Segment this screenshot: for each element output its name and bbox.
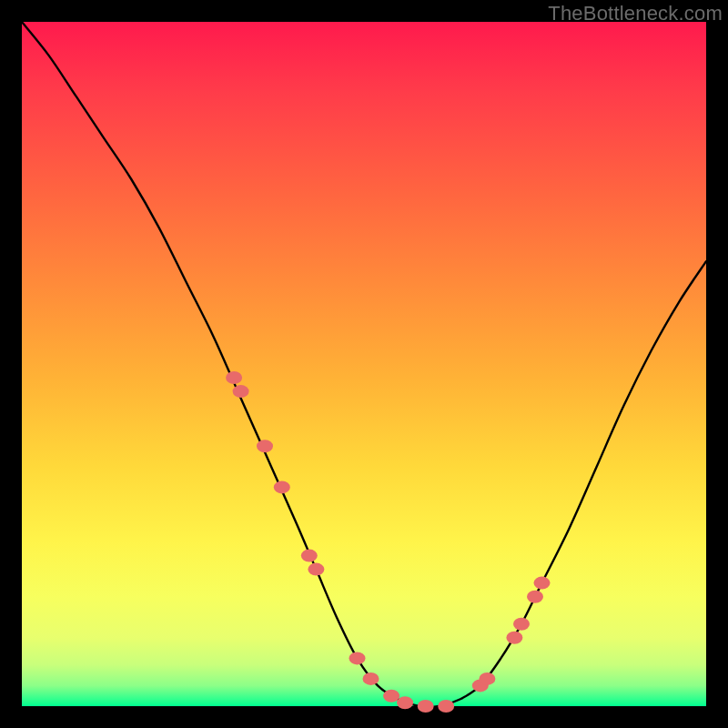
highlight-marker [527, 591, 543, 603]
highlight-marker [233, 385, 249, 398]
highlight-marker [513, 618, 530, 631]
highlight-marker [383, 690, 399, 703]
highlight-marker [226, 371, 242, 384]
highlight-marker [257, 440, 273, 452]
chart-svg [22, 22, 706, 706]
bottleneck-curve [22, 22, 706, 707]
highlight-marker [349, 652, 366, 664]
highlight-marker [438, 700, 454, 713]
highlight-markers [226, 371, 550, 713]
watermark-text: TheBottleneck.com [548, 2, 723, 25]
highlight-marker [479, 672, 495, 685]
highlight-marker [308, 563, 324, 576]
highlight-marker [301, 550, 318, 562]
highlight-marker [534, 577, 551, 590]
highlight-marker [397, 696, 413, 709]
highlight-marker [418, 700, 434, 713]
highlight-marker [506, 632, 522, 644]
highlight-marker [363, 672, 379, 685]
chart-frame [22, 22, 706, 706]
highlight-marker [274, 480, 290, 493]
